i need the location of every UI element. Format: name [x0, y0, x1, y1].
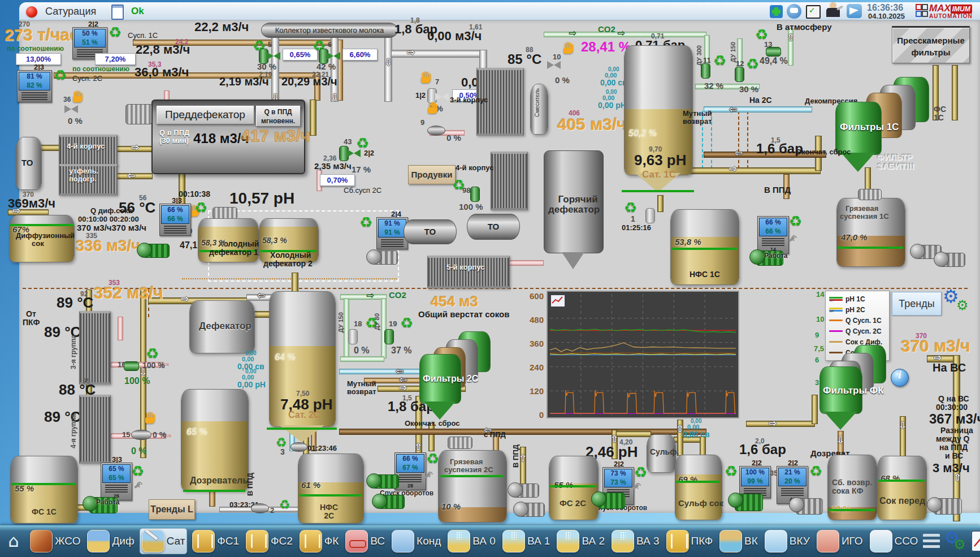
- pump[interactable]: [366, 249, 398, 268]
- taskbar-item-vk[interactable]: ВК: [718, 529, 760, 554]
- pump[interactable]: [934, 251, 965, 270]
- valve[interactable]: [327, 52, 340, 60]
- valve-setpoint-input[interactable]: [320, 174, 355, 186]
- taskbar-item-va2[interactable]: ВА 2: [555, 529, 606, 554]
- vfd-station[interactable]: 66 %67 %28: [394, 452, 426, 490]
- menu-icon[interactable]: [923, 534, 940, 549]
- auto-recycle-icon[interactable]: ♻: [746, 55, 759, 72]
- trends-button[interactable]: Тренды: [892, 292, 942, 316]
- add-icon[interactable]: [770, 5, 783, 18]
- auto-recycle-icon[interactable]: ♻: [400, 314, 413, 331]
- telegram-icon[interactable]: [847, 4, 862, 18]
- to-vessel: ТО: [467, 214, 520, 240]
- presschamber-filters-button[interactable]: Пресскамерныефильтры: [892, 26, 970, 63]
- tank-name: ФС 2С: [560, 499, 586, 508]
- chat-icon[interactable]: [787, 4, 801, 19]
- log-clipboard-icon[interactable]: [111, 5, 124, 20]
- valve-setpoint-input[interactable]: [342, 49, 378, 61]
- trend-window-icon[interactable]: [550, 295, 565, 307]
- pump[interactable]: [728, 492, 763, 515]
- trend-chart-panel[interactable]: [547, 291, 739, 418]
- auto-recycle-icon[interactable]: ♻: [426, 450, 439, 467]
- rate-273: 273 т/час: [5, 26, 79, 44]
- q-ppd-instant-button[interactable]: Q в ППДмгновенн.: [255, 105, 301, 127]
- vfd-station[interactable]: 66 %66 %: [159, 204, 191, 236]
- valve[interactable]: [267, 52, 280, 60]
- settings-gears-icon2[interactable]: ⚙: [956, 299, 969, 313]
- pump[interactable]: [927, 496, 962, 518]
- auto-recycle-icon[interactable]: ♻: [54, 67, 67, 84]
- valve-vessel[interactable]: [131, 430, 151, 440]
- valve-vessel[interactable]: [427, 126, 445, 136]
- taskbar-item-vku[interactable]: ВКУ: [763, 529, 812, 554]
- vessel-label: Сульф.: [650, 448, 679, 456]
- auto-recycle-icon[interactable]: ♻: [634, 464, 647, 481]
- valve[interactable]: [547, 61, 561, 69]
- auto-recycle-icon[interactable]: ♻: [725, 463, 738, 480]
- zhso-icon: [30, 530, 53, 552]
- auto-recycle-icon[interactable]: ♻: [713, 52, 726, 69]
- pump[interactable]: [591, 491, 625, 512]
- auto-recycle-icon[interactable]: ♻: [624, 199, 637, 216]
- trend-app-icon[interactable]: [972, 531, 980, 551]
- auto-recycle-icon[interactable]: ♻: [789, 213, 802, 230]
- taskbar-item-igo[interactable]: ИГО: [815, 529, 865, 554]
- valve-vessel[interactable]: [251, 503, 269, 513]
- valve-actuator: [384, 329, 394, 344]
- system-gears-button[interactable]: ⚙ ⚙: [943, 529, 968, 554]
- vfd-value: 50 %: [75, 29, 105, 38]
- taskbar-item-va0[interactable]: ВА 0: [446, 529, 497, 554]
- trends-l-button[interactable]: Тренды L: [149, 499, 195, 520]
- pump[interactable]: [789, 496, 823, 518]
- auto-recycle-icon[interactable]: ♻: [131, 463, 144, 480]
- taskbar-item-va1[interactable]: ВА 1: [501, 529, 552, 554]
- network-check-icon[interactable]: ✓: [806, 5, 821, 19]
- vfd-value: 91 %: [379, 228, 406, 238]
- ph-value: 10,57 pH: [229, 190, 294, 206]
- info-icon[interactable]: i: [891, 369, 909, 387]
- ratio-setpoint-input[interactable]: [95, 53, 136, 65]
- auto-recycle-icon[interactable]: ♻: [146, 345, 159, 362]
- taskbar-item-sso[interactable]: ССО: [868, 529, 920, 554]
- pump[interactable]: [513, 501, 545, 520]
- home-button[interactable]: ⌂: [2, 530, 25, 552]
- flow-arrow-up-icon: ⇧: [787, 32, 795, 43]
- auto-recycle-icon[interactable]: ♻: [109, 24, 122, 41]
- vfd-station[interactable]: 81 %82 %: [17, 70, 52, 102]
- volume-value: 454 м3: [431, 294, 478, 309]
- auto-recycle-icon[interactable]: ♻: [194, 199, 207, 216]
- taskbar-item-fs2[interactable]: ФС2: [244, 529, 294, 554]
- filters-fk-label: Фильтры ФК: [823, 386, 884, 396]
- valve-position: 0 %: [354, 346, 370, 356]
- flow-value: 352 м3/ч: [94, 284, 163, 302]
- pipe: [812, 395, 818, 424]
- auto-recycle-icon[interactable]: ♻: [809, 463, 822, 480]
- auto-recycle-icon[interactable]: ♻: [359, 214, 372, 231]
- taskbar-item-va3[interactable]: ВА 3: [610, 529, 661, 554]
- route-label: Окончат. сброс: [796, 148, 851, 156]
- valve[interactable]: [347, 149, 361, 157]
- taskbar-item-zhso[interactable]: ЖСО: [28, 529, 82, 554]
- pump[interactable]: [372, 493, 405, 512]
- taskbar-item-fs1[interactable]: ФС1: [190, 529, 241, 554]
- taskbar-item-dif[interactable]: Диф: [85, 529, 136, 554]
- taskbar-item-fk[interactable]: ФК: [298, 529, 341, 554]
- taskbar-item-kond[interactable]: Конд: [390, 529, 443, 554]
- sulf-juice-tank: [675, 455, 722, 520]
- operator-icon[interactable]: [824, 2, 843, 18]
- valve[interactable]: [64, 105, 78, 113]
- predefecator-button[interactable]: Преддефекатор: [156, 105, 254, 124]
- pipe: [687, 167, 821, 174]
- pump[interactable]: [137, 242, 170, 261]
- pump[interactable]: [366, 473, 399, 492]
- taskbar-item-pkf[interactable]: ПКФ: [665, 529, 715, 554]
- pump[interactable]: [508, 482, 539, 501]
- auto-recycle-icon[interactable]: ♻: [279, 498, 290, 512]
- co2-arrow-icon: ⇨: [569, 27, 576, 38]
- taskbar-item-sat-selected[interactable]: Сат: [140, 528, 188, 554]
- valve-vessel[interactable]: [290, 442, 307, 452]
- valve[interactable]: [435, 93, 449, 101]
- taskbar-item-vs[interactable]: ВС: [344, 529, 387, 554]
- y2-axis-tick: 6: [815, 356, 819, 364]
- purge-button[interactable]: Продувки: [408, 165, 456, 184]
